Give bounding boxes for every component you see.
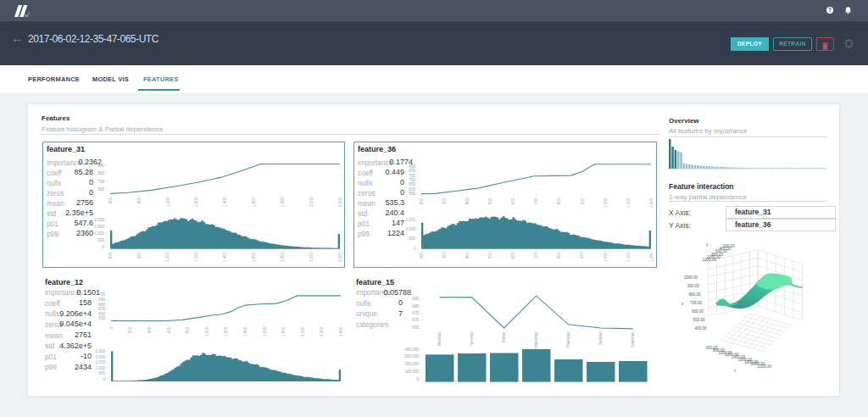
svg-text:800: 800 [557, 197, 561, 204]
svg-text:1,100: 1,100 [626, 197, 631, 208]
svg-text:550: 550 [409, 192, 415, 196]
svg-text:800: 800 [137, 252, 142, 259]
svg-text:1,400: 1,400 [223, 252, 227, 262]
svg-text:800.00: 800.00 [689, 292, 701, 297]
svg-text:900.00: 900.00 [687, 284, 699, 288]
svg-text:0: 0 [416, 377, 419, 381]
svg-text:1,600: 1,600 [252, 197, 256, 207]
svg-text:600: 600 [409, 187, 415, 192]
svg-text:665: 665 [412, 325, 419, 330]
svg-text:700: 700 [534, 197, 538, 204]
svg-text:x: x [734, 369, 737, 373]
svg-text:200: 200 [420, 252, 424, 259]
svg-text:900: 900 [97, 164, 104, 168]
svg-text:1,800: 1,800 [281, 197, 285, 207]
svg-text:400: 400 [147, 326, 152, 333]
svg-text:700.00: 700.00 [690, 301, 702, 305]
svg-text:400: 400 [465, 252, 470, 259]
svg-text:600.00: 600.00 [692, 309, 704, 314]
svg-text:2,200: 2,200 [338, 197, 342, 207]
svg-text:600: 600 [511, 197, 515, 204]
svg-text:2,000: 2,000 [95, 218, 105, 222]
svg-text:800: 800 [97, 171, 104, 175]
svg-text:500: 500 [488, 197, 492, 204]
svg-text:200,000: 200,000 [404, 362, 419, 366]
svg-text:1,200: 1,200 [649, 197, 654, 208]
svg-text:300: 300 [442, 197, 447, 204]
svg-text:700: 700 [98, 292, 105, 297]
svg-text:800: 800 [557, 252, 561, 259]
svg-text:1,000: 1,000 [406, 227, 416, 231]
svg-text:y: y [706, 242, 709, 247]
svg-text:1,000: 1,000 [604, 197, 608, 208]
svg-text:680: 680 [412, 304, 419, 309]
svg-text:685: 685 [412, 297, 419, 301]
svg-text:850: 850 [409, 164, 415, 169]
svg-text:1,000: 1,000 [95, 231, 105, 236]
svg-text:1,400: 1,400 [223, 197, 227, 207]
svg-text:700: 700 [97, 180, 104, 184]
svg-text:Wednesday: Wednesday [534, 331, 538, 353]
svg-text:650: 650 [98, 316, 105, 320]
svg-text:600: 600 [97, 187, 104, 192]
svg-text:Tuesday: Tuesday [470, 331, 474, 347]
svg-text:700: 700 [534, 252, 538, 259]
svg-text:670: 670 [412, 318, 419, 322]
svg-text:2,200: 2,200 [320, 326, 324, 336]
svg-text:1,600: 1,600 [263, 326, 267, 336]
svg-text:1000.00: 1000.00 [684, 275, 698, 280]
svg-text:600: 600 [108, 197, 113, 203]
svg-text:1,500: 1,500 [95, 225, 105, 229]
svg-text:0: 0 [103, 377, 105, 381]
svg-text:1200.00: 1200.00 [703, 258, 717, 262]
svg-text:2,200: 2,200 [338, 252, 342, 262]
svg-text:690: 690 [98, 297, 105, 302]
svg-text:2,000: 2,000 [309, 252, 314, 262]
svg-text:200: 200 [128, 326, 132, 333]
svg-text:675: 675 [412, 311, 419, 315]
svg-text:1,000: 1,000 [96, 366, 106, 370]
svg-text:2,400: 2,400 [339, 326, 343, 336]
svg-text:400.00: 400.00 [694, 326, 706, 331]
svg-text:300: 300 [442, 252, 447, 259]
svg-text:Sunday: Sunday [598, 331, 603, 345]
svg-text:600: 600 [108, 252, 113, 259]
svg-text:600: 600 [511, 252, 515, 259]
svg-text:1,200: 1,200 [194, 197, 198, 207]
svg-text:0: 0 [109, 326, 114, 329]
svg-text:1,000: 1,000 [166, 197, 170, 207]
svg-text:680: 680 [98, 303, 105, 307]
svg-text:2,000: 2,000 [301, 326, 305, 336]
svg-text:1,600: 1,600 [252, 252, 256, 262]
svg-text:1,000: 1,000 [166, 252, 170, 262]
svg-text:1,400: 1,400 [243, 326, 248, 336]
svg-text:900: 900 [581, 197, 585, 204]
svg-text:650: 650 [409, 182, 415, 186]
svg-text:670: 670 [98, 307, 105, 311]
svg-text:1,000: 1,000 [604, 252, 608, 262]
svg-text:660: 660 [98, 312, 105, 316]
svg-text:2,000: 2,000 [309, 197, 314, 207]
svg-text:2,000: 2,000 [96, 355, 106, 359]
svg-text:800: 800 [186, 326, 190, 333]
svg-text:1,200: 1,200 [649, 252, 654, 262]
svg-text:500: 500 [409, 236, 415, 241]
svg-text:1,200: 1,200 [224, 326, 228, 336]
svg-text:1,000: 1,000 [205, 326, 209, 336]
svg-text:1,500: 1,500 [406, 218, 416, 222]
svg-text:750: 750 [409, 174, 415, 178]
svg-text:300,000: 300,000 [404, 354, 419, 359]
svg-text:800: 800 [137, 197, 142, 203]
svg-text:500.00: 500.00 [693, 318, 705, 322]
svg-text:600: 600 [167, 326, 171, 333]
svg-text:500: 500 [97, 238, 104, 242]
svg-text:z: z [682, 302, 684, 306]
svg-text:400,000: 400,000 [404, 348, 419, 352]
svg-text:200: 200 [420, 197, 424, 204]
svg-text:2,500: 2,500 [96, 349, 106, 353]
svg-text:Friday: Friday [502, 331, 506, 342]
svg-text:500: 500 [98, 371, 105, 375]
svg-text:1,800: 1,800 [281, 326, 286, 336]
svg-text:Monday: Monday [437, 331, 442, 346]
svg-text:Thursday: Thursday [566, 331, 570, 348]
